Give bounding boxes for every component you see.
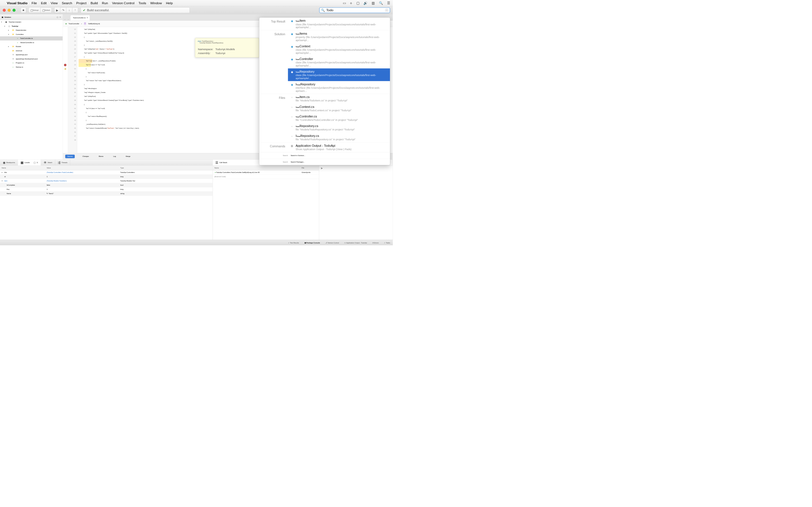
volume-icon[interactable]: 🔊 bbox=[363, 1, 368, 5]
statusbar-item[interactable]: ✓ Test Results bbox=[288, 242, 299, 244]
menu-tools[interactable]: Tools bbox=[139, 1, 146, 5]
spotlight-icon[interactable]: 🔍 bbox=[379, 1, 383, 5]
airplay-icon[interactable]: ▢ bbox=[356, 1, 359, 5]
search-input[interactable] bbox=[326, 8, 384, 12]
nav-back-button[interactable]: ‹ bbox=[64, 18, 65, 20]
clear-search-button[interactable]: ⓧ bbox=[385, 8, 388, 12]
close-window-button[interactable] bbox=[3, 9, 6, 12]
locals-row[interactable]: ▸this{TodoApi.Controllers.TodoController… bbox=[0, 170, 213, 175]
search-result[interactable]: ◆TodoItemsproperty (file /Users/jordanm/… bbox=[288, 31, 390, 43]
battery-pct-icon[interactable]: ▥ bbox=[371, 1, 375, 5]
panel-icon: ▣ bbox=[2, 16, 3, 18]
callstack-row[interactable]: ➔ TodoApi.Controllers.TodoController.Get… bbox=[213, 170, 319, 175]
project-node[interactable]: ▾▢TodoApi bbox=[0, 24, 63, 29]
macos-menubar: Visual Studio File Edit View Search Proj… bbox=[0, 0, 393, 6]
tab-changes[interactable]: Changes bbox=[80, 155, 91, 158]
stop-button[interactable]: ■ bbox=[21, 7, 26, 13]
locals-row[interactable]: Name✎ "Item1"string bbox=[0, 191, 213, 195]
immediate-prompt[interactable]: > bbox=[319, 166, 393, 171]
statusbar-item[interactable]: ✓ Tasks bbox=[384, 242, 390, 244]
tab-locals[interactable]: ▦ Locals▢ ✕ bbox=[18, 160, 41, 166]
tab-source[interactable]: Source bbox=[65, 155, 75, 158]
tree-node[interactable]: ⚙appsettings.Development.json bbox=[0, 57, 63, 61]
search-result[interactable]: ◆TodoControllerclass (file /Users/jordan… bbox=[288, 56, 390, 68]
locals-table[interactable]: Name Value Type ▸this{TodoApi.Controller… bbox=[0, 166, 213, 196]
step-out-button[interactable]: ↑ bbox=[72, 7, 78, 13]
wifi-icon[interactable]: ⟡ bbox=[350, 1, 352, 5]
close-tab-icon[interactable]: ✕ bbox=[86, 16, 88, 19]
tree-node[interactable]: ⚙appsettings.json bbox=[0, 53, 63, 57]
step-over-button[interactable]: ↷ bbox=[60, 7, 66, 13]
locals-row[interactable]: IsCompletefalsebool bbox=[0, 183, 213, 187]
menu-version-control[interactable]: Version Control bbox=[112, 1, 134, 5]
locals-row[interactable]: Key1long bbox=[0, 187, 213, 191]
search-result[interactable]: ◆TodoContextclass (file /Users/jordanm/P… bbox=[288, 43, 390, 56]
search-result[interactable]: ◆TodoRepositoryclass (file /Users/jordan… bbox=[288, 68, 390, 81]
solution-tree[interactable]: ▾▣TodoApi (master) ▾▢TodoApi ▸📁Dependenc… bbox=[0, 20, 63, 159]
tree-node[interactable]: 📁wwwroot bbox=[0, 49, 63, 53]
tree-node[interactable]: ▹Startup.cs bbox=[0, 65, 63, 69]
menu-view[interactable]: View bbox=[51, 1, 58, 5]
solution-root[interactable]: ▾▣TodoApi (master) bbox=[0, 20, 63, 24]
search-result[interactable]: ▫TodoRepository.csfile "Models/TodoRepos… bbox=[288, 123, 390, 132]
search-result[interactable]: ▫TodoContext.csfile "Models/TodoContext.… bbox=[288, 104, 390, 113]
statusbar-item[interactable]: ▭ Application Output - TodoApi bbox=[344, 242, 367, 244]
search-result[interactable]: ▫TodoItem.csfile "Models/TodoItem.cs" in… bbox=[288, 94, 390, 103]
menu-help[interactable]: Help bbox=[166, 1, 173, 5]
col-value: Value bbox=[45, 166, 119, 170]
menu-project[interactable]: Project bbox=[77, 1, 87, 5]
crumb-method[interactable]: GetById(long id) bbox=[88, 23, 100, 25]
search-packages[interactable]: Search Packages... bbox=[291, 161, 305, 163]
statusbar-item[interactable]: ▣ Package Console bbox=[305, 242, 320, 244]
editor-tab[interactable]: TodoController.cs ✕ bbox=[70, 15, 90, 20]
zoom-window-button[interactable] bbox=[13, 9, 16, 12]
step-into-button[interactable]: ↓ bbox=[66, 7, 72, 13]
crumb-class[interactable]: TodoController bbox=[68, 23, 79, 25]
tree-node[interactable]: ▹TodoController.cs bbox=[0, 36, 63, 41]
locals-row[interactable]: ▾item{TodoApi.Models.TodoItem}TodoApi.Mo… bbox=[0, 179, 213, 183]
app-name[interactable]: Visual Studio bbox=[7, 1, 28, 5]
menu-window[interactable]: Window bbox=[150, 1, 162, 5]
tree-node[interactable]: ▸📁Models bbox=[0, 45, 63, 49]
battery-icon[interactable]: ▭ bbox=[343, 1, 346, 5]
tab-breakpoints[interactable]: ◉ Breakpoints bbox=[0, 160, 18, 166]
search-label: Search bbox=[262, 155, 288, 157]
tree-node[interactable]: ▸📁Dependencies bbox=[0, 28, 63, 33]
undock-icon[interactable]: ▢ bbox=[57, 16, 58, 18]
statusbar-item[interactable]: ⊘ Errors bbox=[372, 242, 378, 244]
control-center-icon[interactable]: ☰ bbox=[387, 1, 390, 5]
tree-node[interactable]: ▹Program.cs bbox=[0, 61, 63, 65]
tree-node[interactable]: ▹ValuesController.cs bbox=[0, 41, 63, 45]
tooltip-asm: TodoApi bbox=[215, 51, 237, 55]
tree-node[interactable]: ▾📁Controllers bbox=[0, 33, 63, 37]
menu-file[interactable]: File bbox=[32, 1, 37, 5]
menu-search[interactable]: Search bbox=[62, 1, 72, 5]
search-result[interactable]: ⚙Application Output - TodoApiShow Applic… bbox=[288, 143, 390, 152]
minimize-window-button[interactable] bbox=[8, 9, 11, 12]
global-search[interactable]: 🔍 ⓧ bbox=[319, 7, 390, 13]
callstack-row[interactable]: [External Code] bbox=[213, 175, 319, 179]
menu-run[interactable]: Run bbox=[102, 1, 108, 5]
close-panel-icon[interactable]: ✕ bbox=[59, 16, 61, 18]
solution-header: ▣ Solution ▢✕ bbox=[0, 14, 63, 20]
tab-log[interactable]: Log bbox=[111, 155, 118, 158]
tab-merge[interactable]: Merge bbox=[123, 155, 133, 158]
run-button[interactable]: ▶ bbox=[54, 7, 60, 13]
target-selector[interactable]: ▢ Default bbox=[40, 7, 52, 13]
search-result[interactable]: ▫TodoController.csfile "Controllers/Todo… bbox=[288, 113, 390, 123]
class-icon: ◆ bbox=[65, 23, 66, 25]
tab-watch[interactable]: 👁 Watch bbox=[41, 160, 55, 166]
search-result[interactable]: ▫ITodoRepository.csfile "Models/ITodoRep… bbox=[288, 133, 390, 142]
menu-edit[interactable]: Edit bbox=[41, 1, 47, 5]
tab-threads[interactable]: ⇶ Threads bbox=[55, 160, 70, 166]
config-selector[interactable]: ▢ Debug › bbox=[29, 7, 41, 13]
locals-row[interactable]: id1long bbox=[0, 175, 213, 179]
search-result[interactable]: ◆ITodoRepositoryinterface (file /Users/j… bbox=[288, 81, 390, 94]
tab-blame[interactable]: Blame bbox=[97, 155, 106, 158]
menu-build[interactable]: Build bbox=[91, 1, 98, 5]
nav-forward-button[interactable]: › bbox=[68, 18, 68, 20]
search-result[interactable]: ◆TodoItemclass (file /Users/jordanm/Proj… bbox=[288, 17, 390, 30]
statusbar-item[interactable]: ⎇ Version Control bbox=[325, 242, 339, 244]
search-in-solution[interactable]: Search in Solution... bbox=[291, 155, 305, 157]
callstack-table[interactable]: NameFile ➔ TodoApi.Controllers.TodoContr… bbox=[213, 166, 319, 179]
